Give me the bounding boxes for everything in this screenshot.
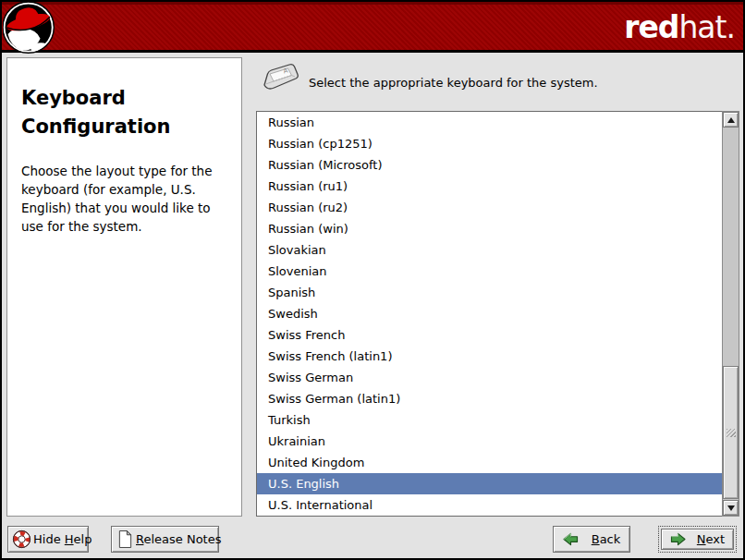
list-item[interactable]: U.S. English	[257, 473, 723, 494]
hide-help-button[interactable]: Hide Help	[7, 526, 89, 553]
list-item[interactable]: United Kingdom	[257, 452, 723, 473]
list-item[interactable]: Swiss French (latin1)	[257, 346, 723, 367]
next-button[interactable]: Next	[658, 526, 737, 553]
green-arrow-right-icon	[670, 532, 686, 546]
next-button-face: Next	[661, 529, 734, 550]
document-icon	[117, 530, 133, 549]
list-item[interactable]: Russian	[257, 112, 723, 133]
release-notes-label: Release Notes	[136, 532, 221, 546]
next-label: Next	[697, 532, 725, 546]
lifebuoy-icon	[12, 530, 31, 549]
list-item[interactable]: Swedish	[257, 303, 723, 324]
redhat-shadowman-logo-icon	[3, 2, 57, 56]
list-scrollbar[interactable]	[722, 111, 739, 517]
green-arrow-left-icon	[563, 532, 579, 546]
keyboard-layout-list: Russian Russian (cp1251) Russian (Micros…	[256, 111, 724, 517]
list-item[interactable]: Swiss German (latin1)	[257, 388, 723, 409]
scroll-up-button[interactable]	[723, 112, 739, 128]
list-item[interactable]: Russian (ru1)	[257, 176, 723, 197]
list-item[interactable]: Russian (win)	[257, 218, 723, 239]
list-item[interactable]: Ukrainian	[257, 431, 723, 452]
list-item[interactable]: Spanish	[257, 282, 723, 303]
list-item[interactable]: Turkish	[257, 409, 723, 431]
instruction-text: Select the appropriate keyboard for the …	[309, 76, 598, 91]
list-item[interactable]: Slovakian	[257, 239, 723, 261]
back-button[interactable]: Back	[553, 526, 630, 553]
installer-window: redhat. Keyboard Configuration Choose th…	[0, 0, 745, 560]
redhat-logotype: redhat.	[624, 7, 735, 48]
scrollbar-grip-icon	[727, 429, 736, 437]
scroll-down-button[interactable]	[723, 500, 739, 516]
release-notes-button[interactable]: Release Notes	[111, 526, 219, 553]
keyboard-key-icon: A	[262, 61, 300, 98]
list-item[interactable]: Slovenian	[257, 261, 723, 282]
list-item[interactable]: Swiss German	[257, 367, 723, 388]
brand-bold: red	[624, 9, 678, 45]
header-banner: redhat.	[2, 2, 743, 53]
list-item[interactable]: Russian (cp1251)	[257, 133, 723, 154]
list-item[interactable]: Russian (Microsoft)	[257, 154, 723, 176]
page-title: Keyboard Configuration	[21, 84, 227, 141]
list-item[interactable]: Swiss French	[257, 324, 723, 346]
help-text: Choose the layout type for the keyboard …	[21, 162, 227, 236]
triangle-down-icon	[727, 505, 735, 511]
help-panel: Keyboard Configuration Choose the layout…	[6, 57, 242, 517]
list-item[interactable]: Russian (ru2)	[257, 197, 723, 218]
triangle-up-icon	[727, 117, 735, 123]
brand-light: hat.	[678, 9, 735, 45]
back-label: Back	[592, 532, 621, 546]
hide-help-label: Hide Help	[33, 532, 92, 546]
list-item[interactable]: U.S. International	[257, 494, 723, 516]
scrollbar-thumb[interactable]	[723, 366, 739, 499]
